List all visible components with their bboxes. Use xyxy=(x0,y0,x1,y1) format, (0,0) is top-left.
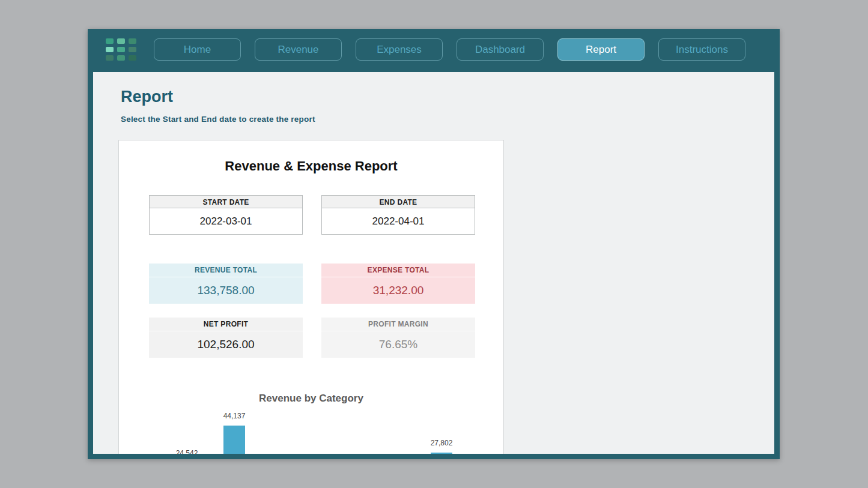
chart-bar xyxy=(431,453,452,454)
app-header: Home Revenue Expenses Dashboard Report I… xyxy=(88,29,780,72)
logo-square xyxy=(117,55,125,61)
end-date-box: END DATE 2022-04-01 xyxy=(321,195,475,235)
end-date-field[interactable]: 2022-04-01 xyxy=(321,208,475,235)
revenue-total-value: 133,758.00 xyxy=(149,277,303,304)
bar-data-label: 27,802 xyxy=(413,439,470,447)
logo-square xyxy=(129,55,136,61)
expense-total-label: EXPENSE TOTAL xyxy=(321,264,475,277)
nav-button-instructions[interactable]: Instructions xyxy=(658,38,745,61)
expense-total-value: 31,232.00 xyxy=(321,277,475,304)
logo-square xyxy=(106,55,114,61)
page-subtitle: Select the Start and End date to create … xyxy=(121,115,315,124)
bar-data-label: 24,542 xyxy=(158,449,216,454)
chart-title: Revenue by Category xyxy=(119,393,503,405)
start-date-label: START DATE xyxy=(149,195,303,208)
page-title: Report xyxy=(121,88,173,106)
app-window: Home Revenue Expenses Dashboard Report I… xyxy=(88,29,780,459)
profit-margin-label: PROFIT MARGIN xyxy=(321,318,475,331)
logo-square xyxy=(129,38,136,44)
nav-button-expenses[interactable]: Expenses xyxy=(356,38,443,61)
report-card: Revenue & Expense Report START DATE 2022… xyxy=(118,140,504,454)
report-card-title: Revenue & Expense Report xyxy=(119,158,503,174)
revenue-total-box: REVENUE TOTAL 133,758.00 xyxy=(149,264,303,304)
logo-square xyxy=(117,38,125,44)
profit-margin-box: PROFIT MARGIN 76.65% xyxy=(321,318,475,358)
app-logo-icon xyxy=(106,38,136,61)
profit-margin-value: 76.65% xyxy=(321,331,475,358)
logo-square xyxy=(129,47,136,52)
expense-total-box: EXPENSE TOTAL 31,232.00 xyxy=(321,264,475,304)
start-date-field[interactable]: 2022-03-01 xyxy=(149,208,303,235)
logo-square xyxy=(117,47,125,52)
report-page: Report Select the Start and End date to … xyxy=(93,72,774,454)
nav-button-revenue[interactable]: Revenue xyxy=(255,38,342,61)
revenue-total-label: REVENUE TOTAL xyxy=(149,264,303,277)
logo-square xyxy=(106,47,114,52)
nav-button-home[interactable]: Home xyxy=(154,38,241,61)
start-date-box: START DATE 2022-03-01 xyxy=(149,195,303,235)
net-profit-label: NET PROFIT xyxy=(149,318,303,331)
nav-button-report[interactable]: Report xyxy=(557,38,645,61)
end-date-label: END DATE xyxy=(321,195,475,208)
bar-data-label: 44,137 xyxy=(205,412,263,420)
logo-square xyxy=(106,38,114,44)
net-profit-value: 102,526.00 xyxy=(149,331,303,358)
net-profit-box: NET PROFIT 102,526.00 xyxy=(149,318,303,358)
nav-button-dashboard[interactable]: Dashboard xyxy=(457,38,544,61)
chart-bar xyxy=(223,426,245,454)
